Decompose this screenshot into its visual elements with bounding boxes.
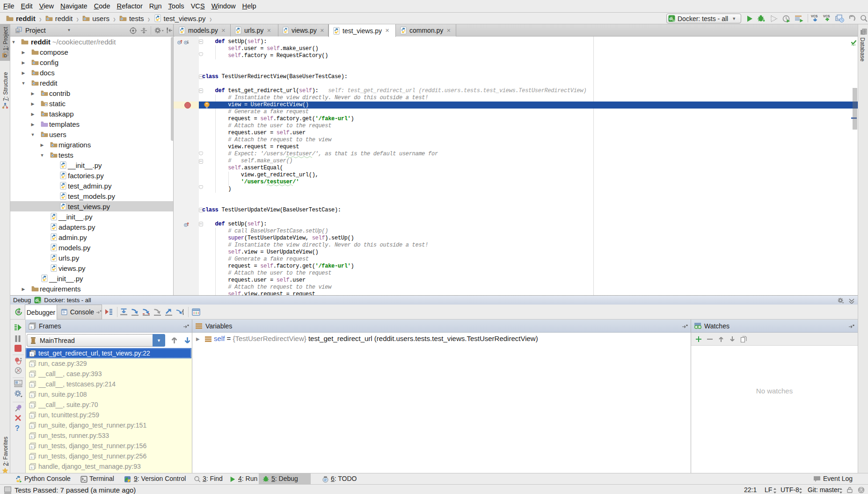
svg-text:s: s xyxy=(30,373,33,377)
svg-text:s: s xyxy=(30,424,33,428)
svg-text:s: s xyxy=(30,325,33,329)
svg-text:s: s xyxy=(30,352,33,356)
svg-text:s: s xyxy=(30,414,33,418)
svg-text:di: di xyxy=(36,298,39,303)
svg-text:s: s xyxy=(30,445,33,449)
svg-text:s: s xyxy=(30,393,33,397)
svg-text:VCS: VCS xyxy=(823,15,830,18)
svg-text:s: s xyxy=(30,404,33,407)
svg-text:s: s xyxy=(30,383,33,387)
svg-text:s: s xyxy=(30,455,33,459)
svg-text:s: s xyxy=(30,363,33,366)
svg-text:VCS: VCS xyxy=(811,15,818,18)
svg-text:di: di xyxy=(669,16,672,21)
svg-text:s: s xyxy=(30,435,33,438)
svg-text:s: s xyxy=(30,465,33,469)
